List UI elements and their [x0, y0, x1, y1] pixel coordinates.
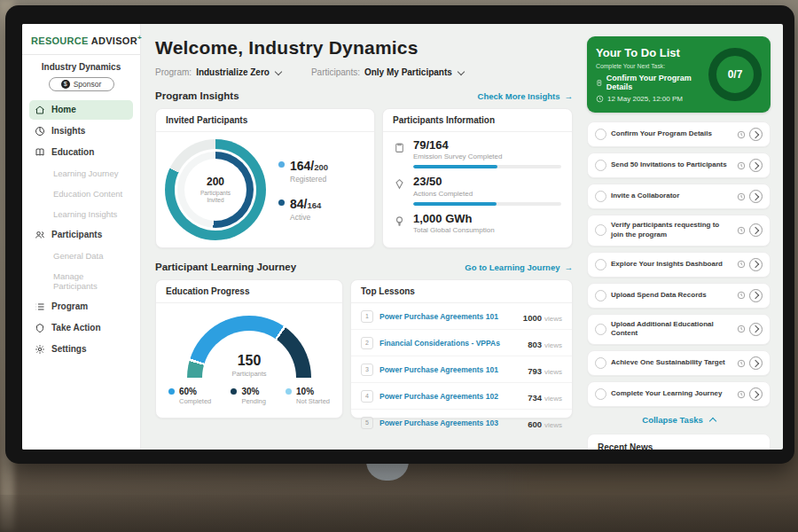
clock-icon [737, 192, 746, 201]
sidebar-item-education-content[interactable]: Education Content [29, 184, 133, 203]
todo-item-achieve-target[interactable]: Achieve One Sustainability Target [587, 350, 771, 376]
todo-item-invite-collaborator[interactable]: Invite a Collaborator [587, 184, 771, 209]
main-content: Welcome, Industry Dynamics Program: Indu… [141, 24, 582, 450]
check-more-insights-link[interactable]: Check More Insights → [478, 91, 573, 101]
todo-item-upload-educational-content[interactable]: Upload Additional Educational Content [587, 314, 771, 346]
chevron-down-icon [275, 67, 282, 74]
chevron-right-button[interactable] [749, 356, 763, 370]
todo-subtitle: Complete Your Next Task: [596, 63, 703, 69]
chevron-right-button[interactable] [749, 289, 763, 302]
collapse-tasks-link[interactable]: Collapse Tasks [587, 415, 771, 425]
sidebar-item-participants[interactable]: Participants [29, 225, 133, 245]
chevron-right-button[interactable] [749, 128, 763, 141]
invited-participants-body: 200 Participants Invited 164/200 Registe… [156, 132, 374, 247]
program-insights-header: Program Insights Check More Insights → [155, 90, 573, 101]
section-title: Program Insights [155, 90, 239, 101]
todo-item-verify-participants[interactable]: Verify participants requesting to join t… [587, 215, 771, 246]
lesson-row: 5 Power Purchase Agreements 103 600views [351, 410, 572, 435]
lesson-title-link[interactable]: Power Purchase Agreements 102 [379, 392, 521, 401]
lesson-rank: 4 [361, 390, 373, 403]
program-filter-label: Program: [155, 67, 192, 77]
lesson-title-link[interactable]: Financial Considerations - VPPAs [379, 339, 521, 348]
legend-label: Not Started [296, 397, 330, 405]
todo-title: Your To Do List [596, 46, 703, 59]
checkbox[interactable] [595, 160, 606, 171]
actions-icon [394, 176, 406, 205]
lesson-title-link[interactable]: Power Purchase Agreements 101 [379, 312, 517, 321]
lesson-rank: 5 [361, 417, 373, 429]
checkbox[interactable] [595, 259, 606, 270]
sidebar-item-insights[interactable]: Insights [29, 121, 133, 141]
learning-journey-header: Participant Learning Journey Go to Learn… [155, 262, 573, 272]
todo-item-confirm-program[interactable]: Confirm Your Program Details [587, 121, 771, 147]
checkbox[interactable] [595, 290, 606, 301]
lesson-row: 3 Power Purchase Agreements 101 793views [351, 356, 572, 383]
lesson-title-link[interactable]: Power Purchase Agreements 101 [379, 365, 521, 374]
sidebar-item-learning-insights[interactable]: Learning Insights [29, 205, 133, 223]
chevron-right-button[interactable] [749, 223, 763, 237]
todo-item-label: Complete Your Learning Journey [611, 389, 732, 399]
views-suffix: views [544, 315, 562, 323]
sidebar-item-label: Education [51, 147, 94, 157]
lesson-views: 803 [528, 340, 542, 349]
todo-progress-value: 0/7 [728, 68, 743, 81]
desk-shadow [0, 495, 798, 532]
lesson-row: 4 Power Purchase Agreements 102 734views [351, 383, 572, 410]
collapse-label: Collapse Tasks [642, 415, 702, 425]
sidebar-item-home[interactable]: Home [29, 100, 133, 120]
sidebar-item-manage-participants[interactable]: Manage Participants [29, 267, 133, 295]
sidebar-item-education[interactable]: Education [29, 143, 133, 162]
sidebar-item-take-action[interactable]: Take Action [29, 318, 133, 338]
participants-icon [35, 230, 45, 240]
legend-dot [231, 388, 237, 395]
sidebar-menu: Home Insights Education Learning Journey… [29, 100, 133, 359]
progress-bar [413, 165, 561, 168]
todo-item-complete-learning-journey[interactable]: Complete Your Learning Journey [587, 381, 771, 407]
todo-list: Confirm Your Program Details Send 50 Inv… [587, 121, 771, 407]
checkbox[interactable] [595, 357, 606, 369]
go-to-learning-journey-link[interactable]: Go to Learning Journey → [465, 262, 573, 272]
stat-emission-survey: 79/164 Emission Survey Completed [394, 139, 561, 168]
lesson-rank: 2 [361, 337, 373, 349]
chevron-right-button[interactable] [749, 323, 763, 336]
todo-item-label: Explore Your Insights Dashboard [611, 260, 732, 270]
stat-total-consumption: 1,000 GWh Total Global Consumption [394, 213, 561, 234]
todo-item-upload-spend-data[interactable]: Upload Spend Data Records [587, 283, 771, 309]
sidebar-item-label: Settings [51, 344, 86, 354]
sidebar-item-label: Education Content [53, 189, 122, 199]
checkbox[interactable] [595, 324, 606, 335]
clock-icon [737, 130, 746, 139]
education-icon [35, 147, 45, 158]
chevron-down-icon [458, 67, 465, 74]
lesson-title-link[interactable]: Power Purchase Agreements 103 [379, 419, 521, 427]
chevron-right-button[interactable] [749, 258, 763, 271]
legend-dot [278, 161, 285, 168]
chevron-right-button[interactable] [749, 190, 763, 203]
todo-item-send-invitations[interactable]: Send 50 Invitations to Participants [587, 153, 771, 178]
participants-filter[interactable]: Participants: Only My Participants [311, 67, 464, 77]
link-label: Check More Insights [478, 91, 560, 101]
stat-label: Emission Survey Completed [413, 153, 561, 160]
chevron-right-button[interactable] [749, 159, 763, 172]
lesson-views: 793 [528, 366, 542, 376]
todo-item-explore-insights[interactable]: Explore Your Insights Dashboard [587, 252, 771, 278]
participants-information-body: 79/164 Emission Survey Completed 23/50 A… [383, 132, 572, 248]
sidebar-item-general-data[interactable]: General Data [29, 246, 133, 265]
checkbox[interactable] [595, 191, 606, 202]
dashboard-screen: RESOURCEADVISOR+ Industry Dynamics $ Spo… [22, 24, 783, 450]
checkbox[interactable] [595, 129, 606, 140]
todo-item-label: Send 50 Invitations to Participants [611, 160, 732, 170]
legend-value: 60% [179, 387, 211, 396]
sidebar-item-learning-journey[interactable]: Learning Journey [29, 164, 133, 183]
card-title: Invited Participants [156, 109, 374, 132]
chevron-right-button[interactable] [749, 387, 763, 401]
checkbox[interactable] [595, 388, 606, 400]
filters-row: Program: Industrialize Zero Participants… [155, 67, 573, 77]
checkbox[interactable] [595, 224, 606, 236]
program-filter[interactable]: Program: Industrialize Zero [155, 67, 281, 77]
views-suffix: views [544, 368, 562, 376]
sidebar-item-program[interactable]: Program [29, 297, 133, 317]
sidebar-item-settings[interactable]: Settings [29, 340, 133, 359]
legend-dot [168, 388, 175, 395]
education-legend: 60% Completed 30% Pending [156, 378, 342, 405]
